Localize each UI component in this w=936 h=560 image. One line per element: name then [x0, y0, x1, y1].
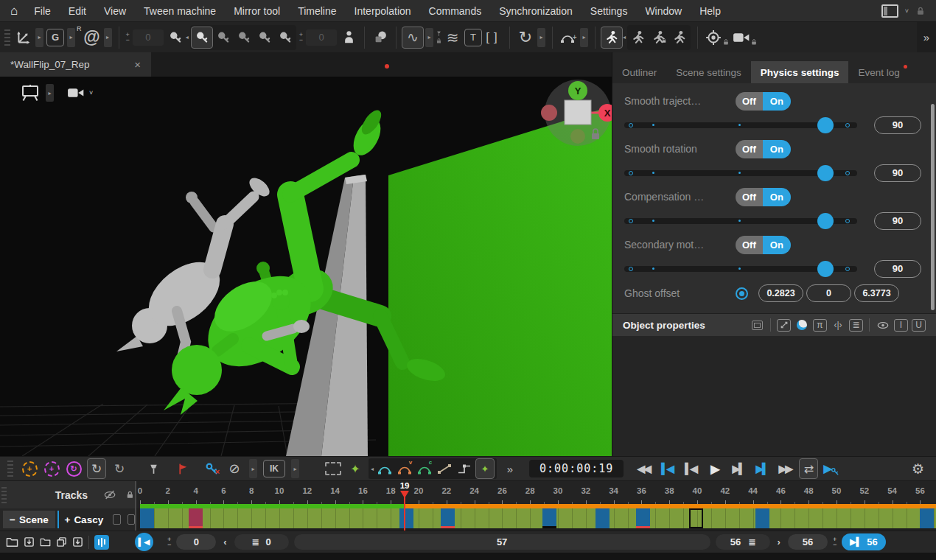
camera-dropdown[interactable]: ˅	[89, 89, 93, 97]
import-icon[interactable]	[72, 536, 83, 547]
playbar-overflow-button[interactable]: »	[501, 459, 519, 478]
run-mode-flag[interactable]	[670, 27, 689, 48]
ghost-offset-z[interactable]: 6.3773	[854, 284, 899, 302]
menu-settings[interactable]: Settings	[581, 5, 637, 17]
tween-stepper[interactable]: +−	[126, 32, 130, 43]
run-mode-lock[interactable]	[649, 27, 668, 48]
gizmo-tool-button[interactable]: G	[46, 27, 65, 48]
menu-timeline[interactable]: Timeline	[289, 5, 345, 17]
eye-icon[interactable]	[876, 318, 890, 332]
expand-icon[interactable]: +	[64, 514, 70, 525]
menu-view[interactable]: View	[95, 5, 135, 17]
menu-tween-machine[interactable]: Tween machine	[135, 5, 225, 17]
i-filter-icon[interactable]: I	[894, 319, 908, 332]
sphere-icon[interactable]	[794, 318, 809, 332]
secondary-motion-value[interactable]: 90	[874, 260, 921, 278]
compensation-toggle[interactable]: OffOn	[736, 188, 791, 206]
jump-end-pill-button[interactable]: ▶▍ 56	[842, 533, 885, 550]
chevron-down-icon[interactable]: ˅	[905, 7, 909, 15]
menu-file[interactable]: File	[25, 5, 60, 17]
smooth-trajectory-value[interactable]: 90	[874, 116, 921, 134]
trajectory-dropdown[interactable]: ▸	[580, 28, 588, 47]
tab-event-log[interactable]: Event log	[848, 61, 909, 83]
pin-icon[interactable]	[144, 459, 162, 478]
rewind-button[interactable]: ◀◀	[634, 463, 653, 475]
eye-off-icon[interactable]	[104, 489, 116, 500]
loop-button[interactable]: ⇄	[799, 458, 818, 479]
cycle-remove-icon[interactable]: ↻	[111, 459, 128, 478]
bezier-interp-icon[interactable]	[376, 459, 394, 478]
tab-scene-settings[interactable]: Scene settings	[666, 61, 751, 83]
jump-start-button[interactable]: ▍◀	[657, 463, 677, 475]
mid-frame-field[interactable]: ≣ 0	[234, 534, 289, 550]
track-cascy[interactable]: + Cascy	[61, 514, 106, 525]
easel-dropdown[interactable]: ▸	[46, 84, 54, 102]
menu-synchronization[interactable]: Synchronization	[490, 5, 581, 17]
scene-canvas[interactable]: Y X	[0, 77, 612, 456]
home-icon[interactable]: ⌂	[10, 4, 18, 18]
toolbar-overflow-button[interactable]: »	[917, 22, 936, 52]
rotate-cycle-icon[interactable]: ↻	[516, 27, 535, 48]
keyframe-crimson[interactable]	[189, 508, 203, 528]
chevron-left-icon[interactable]: ◂	[186, 34, 189, 41]
menu-interpolation[interactable]: Interpolation	[346, 5, 420, 17]
compensation-value[interactable]: 90	[874, 212, 921, 230]
pivot-target-icon[interactable]	[704, 27, 723, 48]
delete-key-icon[interactable]: ×	[203, 459, 221, 478]
add-track-icon[interactable]	[24, 536, 35, 547]
list-icon[interactable]: ≣	[849, 319, 863, 332]
duplicate-icon[interactable]	[56, 536, 67, 547]
pose-mode-1-active[interactable]	[191, 27, 213, 49]
cycle-mode-button[interactable]: ↻	[87, 458, 106, 479]
frame-ruler[interactable]: 0246810121416182022242628303234363840424…	[136, 481, 936, 508]
ghost-offset-radio[interactable]	[736, 287, 748, 300]
physics-rotate-magenta-icon[interactable]: ↻	[65, 459, 83, 478]
keyframe-blue[interactable]	[542, 508, 556, 528]
smooth-rotation-slider[interactable]	[624, 170, 857, 176]
pose-mode-5[interactable]	[276, 27, 295, 48]
pose-key-icon[interactable]	[166, 27, 185, 48]
lock-icon[interactable]	[125, 489, 135, 500]
tab-physics-settings[interactable]: Physics settings	[751, 61, 849, 83]
end-frame-field-b[interactable]: 56	[788, 534, 828, 550]
prev-frame-button[interactable]: ▍◀	[681, 463, 700, 475]
tween-value-field[interactable]: 0	[133, 29, 164, 46]
transform-tool-icon[interactable]	[14, 27, 33, 48]
rotate-dropdown[interactable]: ▸	[537, 28, 545, 47]
close-icon[interactable]: ×	[134, 58, 141, 71]
animation-mode-run[interactable]	[601, 27, 623, 49]
keyframe-blue[interactable]	[920, 508, 934, 528]
pin-lock-stack[interactable]	[436, 30, 442, 44]
menu-mirror-tool[interactable]: Mirror tool	[225, 5, 289, 17]
camera-icon[interactable]	[732, 27, 751, 48]
smooth-rotation-value[interactable]: 90	[874, 164, 921, 182]
pose-value-field[interactable]: 0	[306, 29, 337, 46]
start-frame-field[interactable]: 0	[176, 534, 216, 550]
end-stepper[interactable]: +−	[833, 537, 837, 547]
play-button[interactable]: ▶	[705, 462, 724, 476]
jump-start-circle-button[interactable]: ▍◀	[135, 533, 153, 551]
menu-edit[interactable]: Edit	[60, 5, 95, 17]
float-panel-icon[interactable]	[750, 318, 764, 332]
next-frame-button[interactable]: ▶▍	[728, 463, 747, 475]
secondary-motion-slider[interactable]	[624, 266, 857, 272]
code-icon[interactable]: ‹|›	[831, 318, 845, 332]
keyframe-blue[interactable]	[755, 508, 769, 528]
compensation-slider[interactable]	[624, 218, 857, 224]
pose-mode-4[interactable]	[255, 27, 274, 48]
smooth-trajectory-toggle[interactable]: OffOn	[736, 92, 791, 111]
spiral-tool-dropdown[interactable]: ▸	[104, 28, 112, 47]
no-sign-icon[interactable]: ⊘	[226, 459, 243, 478]
viewport-3d[interactable]: ▸ ˅	[0, 77, 612, 456]
pose-stepper[interactable]: +−	[299, 32, 303, 43]
lock-icon[interactable]	[915, 6, 926, 16]
select-box-icon[interactable]	[324, 459, 342, 478]
remove-track-icon[interactable]	[40, 536, 51, 547]
playhead-marker[interactable]	[400, 491, 409, 498]
physics-point-orange-icon[interactable]: +	[21, 459, 38, 478]
run-mode-rope[interactable]	[629, 27, 648, 48]
workspace-layout-icon[interactable]	[881, 4, 898, 18]
easel-icon[interactable]	[21, 84, 40, 102]
pose-mode-3[interactable]	[234, 27, 254, 48]
document-tab[interactable]: *WallFlip_07_Rep ×	[0, 52, 151, 77]
